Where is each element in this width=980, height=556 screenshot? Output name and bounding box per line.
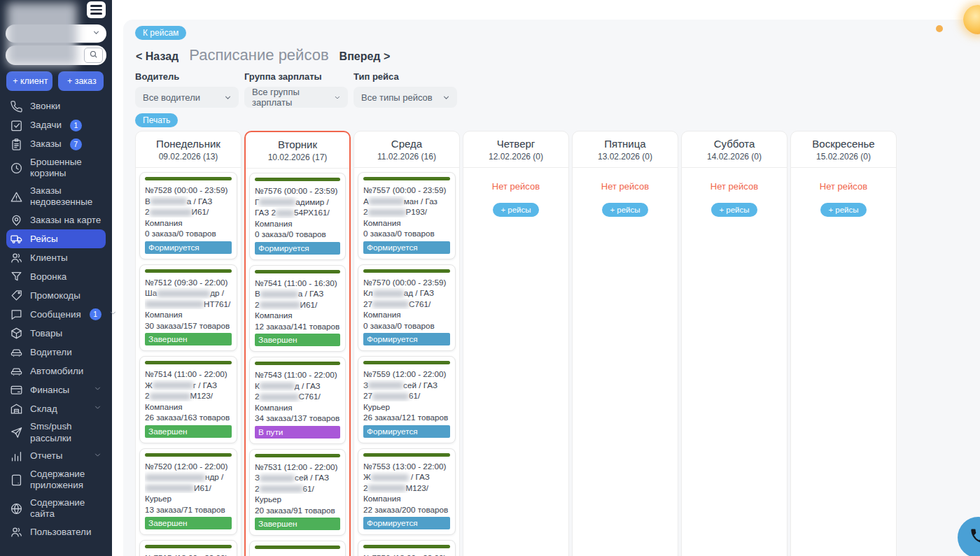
trip-card[interactable]: №7539 (12:00 - 22:00)Аман / Газ2Р193/Ком… [249,541,346,556]
driver-line: Гадимир / [255,197,340,208]
send-icon [10,426,23,439]
search-button[interactable] [84,48,103,63]
salary-group-select[interactable]: Все группы зарплаты [244,87,348,108]
vehicle-line: 27С761/ [363,299,450,310]
add-flights-button[interactable]: + рейсы [820,203,866,217]
orders-count: 0 заказа/0 товаров [363,320,450,332]
promo-tag-icon [10,289,23,302]
add-client-button[interactable]: + клиент [6,71,52,91]
trip-card[interactable]: №7553 (13:00 - 22:00)Ж / ГАЗ2М123/Компан… [358,448,456,536]
trip-number: №7556 (13:00 - 22:00) [363,553,450,556]
no-flights-label: Нет рейсов [791,181,896,192]
sidebar-item-cars[interactable]: Автомобили [6,362,106,380]
sidebar-item-clients[interactable]: Клиенты [6,248,106,267]
card-text: ад / ГАЗ [404,288,434,297]
trip-card[interactable]: №7543 (11:00 - 22:00)Кд / ГАЗ2С761/Компа… [249,357,346,444]
trip-card[interactable]: №7520 (12:00 - 22:00)ндр /И61/Курьер13 з… [139,448,237,536]
app-icon [10,473,23,487]
vehicle-line: И61/ [145,483,232,494]
chevron-down-icon [93,384,102,393]
card-text: 27 [363,391,372,400]
sidebar-item-abandoned-carts[interactable]: Брошенные корзины [6,154,106,183]
trip-card[interactable]: №7559 (12:00 - 22:00)Зсей / ГАЗ2761/Курь… [358,356,456,443]
trip-type: Компания [363,493,450,504]
sidebar-item-orders[interactable]: Заказы7 [6,135,106,154]
trip-card[interactable]: №7515 (13:00 - 22:00)Засей / ГАЗ2751/Кур… [139,540,237,556]
card-text: / ГАЗ [409,472,430,481]
column-header: Вторник10.02.2026 (17) [246,132,349,169]
chevron-down-icon [93,384,102,396]
add-flights-button[interactable]: + рейсы [602,203,648,217]
sidebar-item-sms-push[interactable]: Sms/push рассылки [6,418,106,447]
sidebar-item-calls[interactable]: Звонки [6,97,106,116]
card-top-bar [145,453,232,457]
anonymized-text [260,383,295,390]
card-text: Ж [145,380,153,390]
sidebar-item-drivers[interactable]: Водители [6,343,106,362]
card-text: А [363,197,369,206]
column-day-name: Пятница [575,138,675,150]
forward-button[interactable]: Вперед > [340,50,391,63]
trip-card[interactable]: №7514 (11:00 - 22:00)Жг / ГАЗ2М123/Компа… [139,356,237,443]
back-button[interactable]: < Назад [136,50,178,63]
orders-count: 26 заказа/121 товаров [363,412,450,423]
clients-icon [10,251,23,264]
funnel-icon [10,270,23,283]
sidebar-item-label: Содержание приложения [30,469,102,492]
trip-card[interactable]: №7528 (00:00 - 23:59)Ва / ГАЗ2И61/Компан… [139,172,237,259]
orders-count: 22 заказа/200 товаров [363,504,450,515]
map-pin-icon [10,213,23,227]
filters-row: Водитель Все водители Группа зарплаты Вс… [135,70,980,108]
sidebar-item-undelivered-orders[interactable]: Заказы недовезенные [6,183,106,211]
orders-count: 13 заказа/71 товаров [145,504,232,515]
sidebar-item-label: Задачи [30,120,62,131]
map-pin-icon [10,213,23,227]
flight-type-select[interactable]: Все типы рейсов [354,87,457,108]
car-icon [10,345,23,359]
sidebar-item-products[interactable]: Товары [6,324,106,343]
trip-card[interactable]: №7556 (13:00 - 22:00)Кий / Газ23/Компани… [358,540,456,556]
sidebar-item-messages[interactable]: Сообщения1 [6,305,106,324]
trip-number: №7539 (12:00 - 22:00) [255,553,340,556]
print-button[interactable]: Печать [135,113,178,127]
sidebar-item-finance[interactable]: Финансы [6,380,106,399]
day-column-wednesday: Среда11.02.2026 (16)№7557 (00:00 - 23:59… [354,131,460,556]
add-flights-button[interactable]: + рейсы [493,203,538,217]
clock-icon [10,162,23,175]
trip-card[interactable]: №7541 (11:00 - 16:30)Ва / ГАЗ2И61/Компан… [249,265,346,352]
trip-card[interactable]: №7576 (00:00 - 23:59)Гадимир /ГАЗ 254РХ1… [249,173,346,260]
sidebar-item-label: Промокоды [30,290,80,301]
orders-count: 34 заказа/137 товаров [255,413,340,424]
trip-card[interactable]: №7531 (12:00 - 22:00)Зсей / ГАЗ261/Курье… [249,449,346,536]
trip-card[interactable]: №7570 (00:00 - 23:59)Клад / ГАЗ27С761/Ко… [358,264,456,352]
sidebar-item-flights[interactable]: Рейсы [6,229,106,248]
card-text: д / ГАЗ [295,381,321,390]
sidebar-item-app-content[interactable]: Содержание приложения [6,466,106,494]
sidebar-item-tasks[interactable]: Задачи1 [6,116,106,135]
to-flights-button[interactable]: К рейсам [135,26,186,40]
anonymized-text [153,382,193,389]
sidebar-item-warehouse[interactable]: Склад [6,399,106,418]
trip-type: Курьер [363,401,450,413]
sidebar-item-site-content[interactable]: Содержание сайта [6,494,106,523]
anonymized-text [157,290,210,297]
driver-select[interactable]: Все водители [135,87,239,108]
trip-card[interactable]: №7557 (00:00 - 23:59)Аман / Газ2Р193/Ком… [358,172,456,259]
sidebar-item-promocodes[interactable]: Промокоды [6,286,106,305]
trip-number: №7512 (09:30 - 22:00) [145,277,232,288]
sidebar-item-funnel[interactable]: Воронка [6,267,106,286]
anonymized-text [145,474,205,481]
sidebar-item-reports[interactable]: Отчеты [6,447,106,466]
add-order-button[interactable]: + заказ [58,71,104,91]
trip-card[interactable]: №7512 (09:30 - 22:00)Шадр /НТ761/Компани… [139,264,237,352]
clock-icon [10,162,23,175]
column-header: Воскресенье15.02.2026 (0) [791,131,896,168]
card-top-bar [363,453,450,457]
sidebar-item-orders-on-map[interactable]: Заказы на карте [6,211,106,229]
add-flights-button[interactable]: + рейсы [711,203,757,217]
sidebar-item-users[interactable]: Пользователи [6,522,106,541]
status-badge: Завершен [145,425,232,438]
chevron-down-icon [93,403,102,415]
filter-label: Группа зарплаты [244,71,348,82]
column-date: 13.02.2026 (0) [575,152,675,162]
